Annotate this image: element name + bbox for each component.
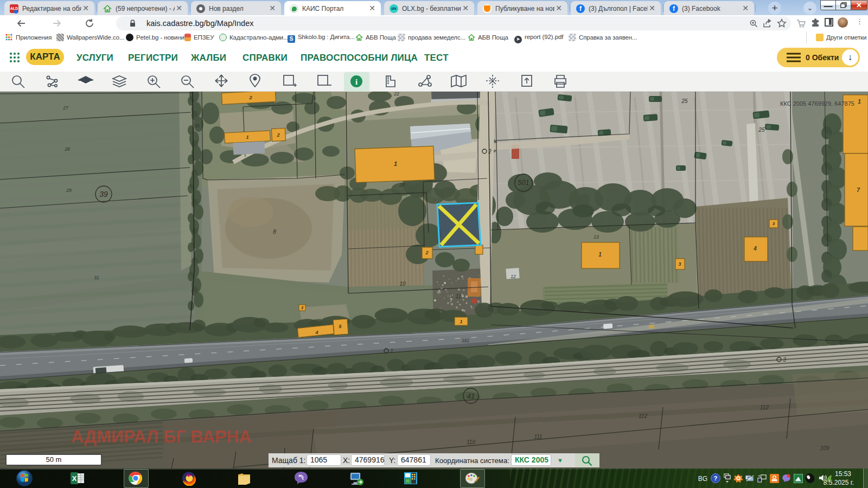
svg-text:22: 22 (393, 92, 399, 97)
svg-text:501: 501 (518, 179, 529, 187)
svg-text:39: 39 (99, 190, 108, 198)
svg-text:41: 41 (467, 392, 475, 400)
svg-text:112: 112 (760, 404, 769, 410)
svg-text:12: 12 (510, 274, 516, 279)
svg-text:161: 161 (462, 338, 469, 343)
svg-text:110: 110 (467, 439, 475, 445)
svg-text:25: 25 (681, 98, 688, 104)
svg-text:25: 25 (758, 127, 765, 133)
svg-text:20: 20 (399, 182, 405, 188)
svg-text:3: 3 (783, 357, 786, 363)
svg-text:2: 2 (488, 149, 492, 155)
svg-text:31: 31 (94, 275, 99, 280)
svg-text:ККС 2005 4769929, 647875: ККС 2005 4769929, 647875 (780, 100, 854, 107)
svg-text:36: 36 (194, 123, 200, 129)
svg-text:13: 13 (593, 234, 599, 240)
svg-text:1: 1 (390, 348, 393, 354)
svg-text:10: 10 (399, 281, 406, 287)
svg-text:11: 11 (456, 293, 461, 299)
svg-text:i: i (355, 78, 358, 86)
svg-text:АДМИРАЛ БГ ВАРНА: АДМИРАЛ БГ ВАРНА (71, 427, 251, 446)
svg-text:?: ? (714, 475, 718, 481)
svg-text:27: 27 (62, 105, 68, 111)
svg-text:8: 8 (273, 229, 276, 235)
svg-text:29: 29 (66, 188, 72, 193)
svg-text:X: X (72, 474, 77, 483)
svg-text:109: 109 (820, 445, 829, 451)
svg-text:112: 112 (639, 413, 647, 419)
svg-text:28: 28 (64, 146, 70, 152)
svg-text:111: 111 (534, 434, 542, 440)
